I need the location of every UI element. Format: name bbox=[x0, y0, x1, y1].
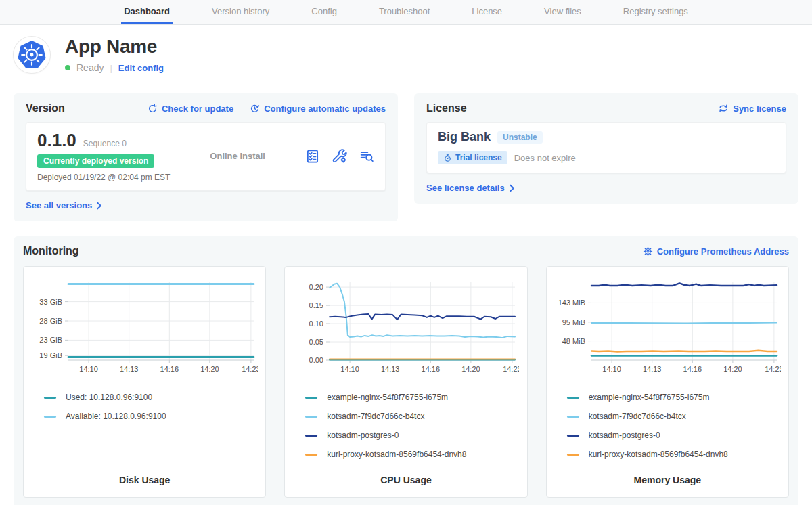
svg-text:48 MiB: 48 MiB bbox=[562, 337, 585, 345]
legend-label: kotsadm-7f9dc7d66c-b4tcx bbox=[327, 412, 424, 421]
deployed-timestamp: Deployed 01/19/22 @ 02:04 pm EST bbox=[37, 173, 170, 182]
app-header-text: App Name Ready | Edit config bbox=[65, 36, 164, 73]
monitoring-card: Monitoring Configure Prometheus Address … bbox=[14, 236, 798, 505]
configure-prometheus-button[interactable]: Configure Prometheus Address bbox=[643, 246, 789, 257]
tab-license[interactable]: License bbox=[469, 0, 505, 24]
legend-label: example-nginx-54f8f76755-l675m bbox=[327, 393, 448, 402]
version-card: Version Check for update bbox=[14, 93, 398, 221]
legend-item: kotsadm-postgres-0 bbox=[567, 431, 779, 440]
svg-text:23 GiB: 23 GiB bbox=[39, 336, 62, 344]
chevron-right-icon bbox=[509, 184, 515, 192]
version-sequence: Sequence 0 bbox=[83, 139, 127, 148]
svg-text:14:10: 14:10 bbox=[79, 365, 98, 373]
legend-item: kotsadm-7f9dc7d66c-b4tcx bbox=[305, 412, 517, 421]
tab-dashboard[interactable]: Dashboard bbox=[121, 0, 173, 24]
stopwatch-icon bbox=[443, 154, 452, 162]
chart-title: Disk Usage bbox=[33, 475, 256, 487]
license-expiry: Does not expire bbox=[514, 153, 576, 163]
tab-view-files[interactable]: View files bbox=[541, 0, 584, 24]
cpu-usage-chart-panel: 14:1014:1314:1614:2014:230.000.050.100.1… bbox=[284, 266, 527, 498]
clock-refresh-icon bbox=[250, 104, 260, 114]
view-logs-icon[interactable] bbox=[359, 149, 374, 164]
tab-version-history[interactable]: Version history bbox=[209, 0, 272, 24]
app-header: App Name Ready | Edit config bbox=[14, 25, 798, 73]
legend-item: kurl-proxy-kotsadm-8569fb6454-dnvh8 bbox=[567, 449, 779, 459]
svg-text:0.05: 0.05 bbox=[309, 338, 323, 346]
kubernetes-icon bbox=[16, 39, 47, 70]
check-for-update-button[interactable]: Check for update bbox=[148, 104, 233, 114]
config-wrench-icon[interactable] bbox=[332, 149, 347, 164]
svg-text:14:13: 14:13 bbox=[381, 365, 400, 373]
sync-license-button[interactable]: Sync license bbox=[718, 103, 786, 114]
svg-text:33 GiB: 33 GiB bbox=[39, 298, 62, 306]
cpu-usage-chart: 14:1014:1314:1614:2014:230.000.050.100.1… bbox=[294, 276, 519, 378]
configure-automatic-updates-button[interactable]: Configure automatic updates bbox=[250, 104, 386, 114]
app-status: Ready bbox=[76, 62, 104, 73]
see-license-details-link[interactable]: See license details bbox=[426, 183, 515, 193]
legend-color-dash bbox=[567, 435, 579, 437]
app-logo bbox=[14, 37, 50, 73]
legend-label: example-nginx-54f8f76755-l675m bbox=[589, 393, 710, 402]
legend-color-dash bbox=[305, 416, 317, 418]
svg-text:14:10: 14:10 bbox=[602, 365, 621, 373]
svg-text:14:20: 14:20 bbox=[200, 365, 219, 373]
current-version-panel: 0.1.0 Sequence 0 Currently deployed vers… bbox=[26, 122, 386, 191]
monitoring-title: Monitoring bbox=[23, 245, 79, 257]
tab-registry-settings[interactable]: Registry settings bbox=[621, 0, 691, 24]
legend-label: Used: 10.128.0.96:9100 bbox=[66, 393, 152, 402]
svg-text:14:20: 14:20 bbox=[723, 365, 742, 373]
legend-item: example-nginx-54f8f76755-l675m bbox=[305, 393, 517, 402]
tab-config[interactable]: Config bbox=[309, 0, 340, 24]
memory-usage-chart-panel: 14:1014:1314:1614:2014:2348 MiB95 MiB143… bbox=[546, 266, 789, 498]
legend-label: kurl-proxy-kotsadm-8569fb6454-dnvh8 bbox=[327, 449, 466, 459]
tab-troubleshoot[interactable]: Troubleshoot bbox=[376, 0, 432, 24]
svg-text:143 MiB: 143 MiB bbox=[558, 299, 585, 307]
legend-item: Used: 10.128.0.96:9100 bbox=[44, 393, 256, 402]
status-dot bbox=[65, 65, 70, 70]
see-all-versions-link[interactable]: See all versions bbox=[26, 200, 102, 211]
svg-text:19 GiB: 19 GiB bbox=[39, 351, 62, 359]
gear-icon bbox=[643, 246, 653, 257]
legend-item: example-nginx-54f8f76755-l675m bbox=[567, 393, 779, 402]
deployed-version-badge: Currently deployed version bbox=[37, 154, 154, 168]
edit-config-link[interactable]: Edit config bbox=[118, 63, 164, 73]
chart-title: Memory Usage bbox=[556, 475, 779, 487]
svg-text:0.10: 0.10 bbox=[309, 320, 323, 328]
legend-label: kotsadm-postgres-0 bbox=[327, 431, 399, 440]
disk-usage-chart-panel: 14:1014:1314:1614:2014:2319 GiB23 GiB28 … bbox=[23, 266, 266, 498]
sync-arrows-icon bbox=[718, 103, 729, 114]
divider: | bbox=[110, 63, 112, 73]
svg-text:14:23: 14:23 bbox=[765, 365, 781, 373]
legend-color-dash bbox=[567, 454, 579, 456]
svg-text:14:13: 14:13 bbox=[120, 365, 139, 373]
install-type-label: Online Install bbox=[170, 151, 305, 161]
disk-usage-chart: 14:1014:1314:1614:2014:2319 GiB23 GiB28 … bbox=[33, 276, 258, 378]
svg-text:14:10: 14:10 bbox=[341, 365, 360, 373]
license-assignee: Big Bank bbox=[438, 130, 491, 144]
legend-item: kurl-proxy-kotsadm-8569fb6454-dnvh8 bbox=[305, 449, 517, 459]
legend-color-dash bbox=[305, 454, 317, 456]
chart-legend: example-nginx-54f8f76755-l675mkotsadm-7f… bbox=[294, 393, 517, 459]
version-info: 0.1.0 Sequence 0 Currently deployed vers… bbox=[37, 130, 170, 182]
legend-label: kurl-proxy-kotsadm-8569fb6454-dnvh8 bbox=[589, 449, 728, 459]
svg-text:95 MiB: 95 MiB bbox=[562, 318, 585, 326]
legend-color-dash bbox=[44, 397, 56, 399]
chart-title: CPU Usage bbox=[294, 475, 517, 487]
legend-label: kotsadm-7f9dc7d66c-b4tcx bbox=[589, 412, 686, 421]
chart-legend: example-nginx-54f8f76755-l675mkotsadm-7f… bbox=[556, 393, 779, 459]
legend-color-dash bbox=[44, 416, 56, 418]
license-card-title: License bbox=[426, 102, 467, 114]
preflight-checks-icon[interactable] bbox=[305, 149, 320, 164]
chart-legend: Used: 10.128.0.96:9100Available: 10.128.… bbox=[33, 393, 256, 421]
svg-text:14:16: 14:16 bbox=[422, 365, 441, 373]
channel-badge: Unstable bbox=[497, 131, 543, 144]
legend-item: kotsadm-postgres-0 bbox=[305, 431, 517, 440]
legend-color-dash bbox=[305, 397, 317, 399]
svg-text:28 GiB: 28 GiB bbox=[39, 317, 62, 325]
memory-usage-chart: 14:1014:1314:1614:2014:2348 MiB95 MiB143… bbox=[556, 276, 781, 378]
svg-text:14:23: 14:23 bbox=[242, 365, 258, 373]
svg-text:14:16: 14:16 bbox=[160, 365, 179, 373]
svg-text:14:13: 14:13 bbox=[643, 365, 662, 373]
license-type-badge: Trial license bbox=[438, 151, 508, 164]
svg-text:0.00: 0.00 bbox=[309, 356, 323, 364]
